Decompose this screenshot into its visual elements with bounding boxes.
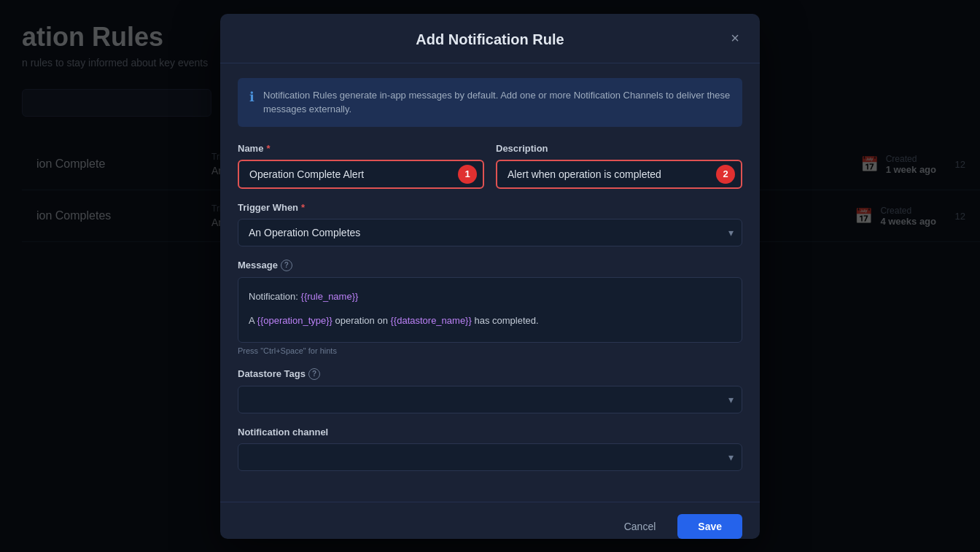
datastore-tags-select-wrapper: ▾: [238, 386, 742, 413]
name-group: Name * 1: [238, 143, 484, 189]
cancel-button[interactable]: Cancel: [612, 515, 668, 538]
name-description-row: Name * 1 Description 2: [238, 143, 742, 189]
datastore-tags-select[interactable]: [238, 386, 742, 413]
description-label: Description: [496, 143, 742, 154]
message-hint: Press "Ctrl+Space" for hints: [238, 346, 742, 355]
trigger-required: *: [301, 202, 305, 213]
trigger-select-wrapper: An Operation Completes ▾: [238, 219, 742, 246]
message-label: Message ?: [238, 260, 742, 271]
modal-header: Add Notification Rule ×: [220, 14, 760, 63]
datastore-tags-label: Datastore Tags ?: [238, 368, 742, 380]
save-button[interactable]: Save: [677, 514, 742, 539]
message-group: Message ? Notification: {{rule_name}} A …: [238, 260, 742, 355]
message-line-1: Notification: {{rule_name}}: [249, 288, 731, 305]
name-label: Name *: [238, 143, 484, 154]
modal-body: ℹ Notification Rules generate in-app mes…: [220, 63, 760, 502]
modal-footer: Cancel Save: [220, 502, 760, 539]
notification-channel-select[interactable]: [238, 443, 742, 471]
modal-overlay: Add Notification Rule × ℹ Notification R…: [0, 0, 980, 552]
close-button[interactable]: ×: [725, 28, 745, 48]
name-input-wrapper: 1: [238, 160, 484, 189]
notification-channel-select-wrapper: ▾: [238, 443, 742, 471]
name-required: *: [266, 143, 270, 154]
name-input[interactable]: [238, 160, 484, 189]
step-2-badge: 2: [716, 165, 735, 184]
message-help-icon[interactable]: ?: [281, 260, 292, 271]
notification-channel-group: Notification channel ▾: [238, 427, 742, 471]
modal-title: Add Notification Rule: [235, 31, 745, 48]
info-icon: ℹ: [249, 89, 254, 105]
info-text: Notification Rules generate in-app messa…: [263, 88, 731, 117]
datastore-tags-help-icon[interactable]: ?: [308, 368, 320, 380]
message-content[interactable]: Notification: {{rule_name}} A {{operatio…: [238, 277, 742, 343]
description-input-wrapper: 2: [496, 160, 742, 189]
notification-channel-label: Notification channel: [238, 427, 742, 438]
step-1-badge: 1: [458, 165, 477, 184]
description-group: Description 2: [496, 143, 742, 189]
trigger-group: Trigger When * An Operation Completes ▾: [238, 202, 742, 246]
datastore-tags-group: Datastore Tags ? ▾: [238, 368, 742, 413]
info-banner: ℹ Notification Rules generate in-app mes…: [238, 78, 742, 127]
add-notification-rule-modal: Add Notification Rule × ℹ Notification R…: [220, 14, 760, 539]
description-input[interactable]: [496, 160, 742, 189]
trigger-select[interactable]: An Operation Completes: [238, 219, 742, 246]
message-line-2: A {{operation_type}} operation on {{data…: [249, 312, 731, 329]
trigger-label: Trigger When *: [238, 202, 742, 213]
